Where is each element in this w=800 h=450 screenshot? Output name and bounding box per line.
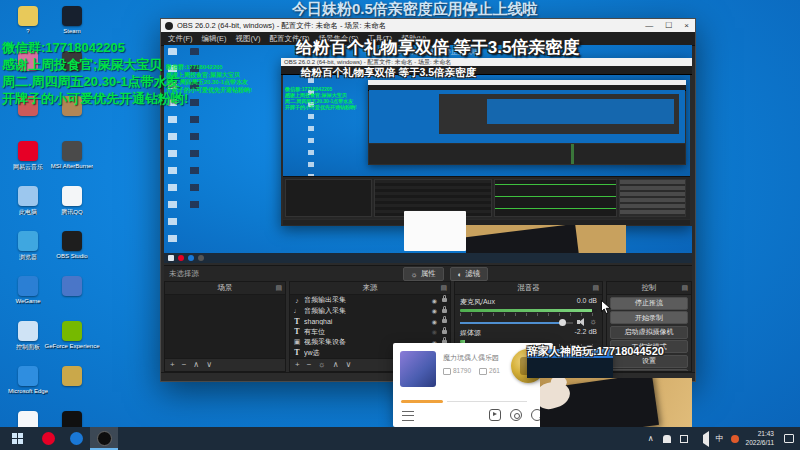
source-properties-button[interactable]: ☼ (318, 360, 325, 370)
desktop-icon-geforce[interactable]: GeForce Experience (44, 321, 100, 350)
windows-logo-icon (12, 433, 23, 444)
start-virtual-camera-button[interactable]: 启动虚拟摄像机 (610, 326, 688, 339)
overlay-phone-text: 辞家人神陪玩:17718044520 (527, 344, 664, 359)
scenes-panel: 场景▤ + − ∧ ∨ (164, 281, 286, 372)
menu-icon[interactable] (402, 411, 414, 421)
blue-app-icon (70, 432, 83, 445)
visibility-eye-icon[interactable]: ◉ (432, 318, 437, 325)
speaker-icon[interactable] (695, 431, 709, 447)
desktop-icon-qq[interactable]: 腾讯QQ (44, 186, 100, 215)
stop-streaming-button[interactable]: 停止推流 (610, 297, 688, 310)
computer-icon (18, 186, 38, 206)
mouse-cursor (601, 300, 612, 319)
taskbar-app-button[interactable] (62, 427, 90, 450)
menu-view[interactable]: 视图(V) (236, 34, 261, 44)
panel-menu-icon[interactable]: ▤ (681, 284, 688, 292)
desktop-icon[interactable] (44, 276, 100, 305)
maximize-button[interactable]: ☐ (665, 21, 672, 30)
tray-chevron-up-icon[interactable]: ∧ (648, 434, 654, 444)
security-app-icon[interactable] (731, 435, 739, 443)
audio-output-icon: ♪ (293, 297, 301, 304)
taskbar-netease-button[interactable] (34, 427, 62, 450)
desktop-icon-steam[interactable]: Steam (44, 6, 100, 35)
add-scene-button[interactable]: + (170, 360, 175, 370)
icon-label: Steam (63, 28, 80, 35)
nested-title-bar: OBS 26.0.2 (64-bit, windows) - 配置文件: 未命名… (281, 58, 692, 66)
filters-button[interactable]: ◐滤镜 (450, 267, 489, 281)
no-source-label: 未选择源 (164, 269, 199, 279)
icon-label: 此电脑 (19, 208, 37, 215)
speaker-icon[interactable] (577, 318, 586, 326)
video-capture-icon: ▣ (293, 338, 301, 346)
lock-icon[interactable] (442, 330, 447, 334)
channel-name: 麦克风/Aux (460, 297, 495, 307)
icon-label: 网易云音乐 (13, 163, 43, 170)
add-source-button[interactable]: + (295, 360, 300, 370)
text-source-icon: T (293, 327, 301, 336)
display-icon[interactable] (680, 435, 688, 443)
source-down-button[interactable]: ∨ (346, 360, 352, 370)
folder-icon (18, 6, 38, 26)
remove-scene-button[interactable]: − (182, 360, 187, 370)
ime-indicator[interactable]: 中 (716, 434, 724, 444)
record-icon[interactable] (510, 409, 522, 421)
visibility-eye-icon[interactable]: ◉ (432, 297, 437, 304)
source-row[interactable]: ♩音频输入采集◉ (290, 306, 450, 317)
source-up-button[interactable]: ∧ (333, 360, 339, 370)
obs-title-bar[interactable]: OBS 26.0.2 (64-bit, windows) - 配置文件: 未命名… (161, 19, 695, 32)
obs-preview[interactable]: 微信群:17718042205 感谢上周投食官;屎屎大宝贝 周二.周四周五20.… (164, 45, 692, 263)
sources-title: 来源 (363, 283, 378, 293)
obs-icon (62, 231, 82, 251)
lock-icon[interactable] (442, 309, 447, 313)
icon-label: 腾讯QQ (61, 208, 82, 215)
desktop-icon-afterburner[interactable]: MSI AfterBurner (44, 141, 100, 170)
visibility-eye-icon[interactable]: ◉ (432, 307, 437, 314)
visibility-eye-icon[interactable]: ◉ (432, 328, 437, 335)
mini-music-card (404, 211, 466, 251)
nested-green-overlay: 微信群:17718042205 感谢上周投食官;屎屎大宝贝 周二.周四周五20.… (285, 86, 357, 110)
desktop: ? 网易云音乐 此电脑 浏览器 WeGame 控制面板 Microsoft Ed… (0, 0, 800, 450)
overlay-green-text: 微信群:17718042205 感谢上周投食官;屎屎大宝贝 周二.周四周五20.… (2, 40, 188, 108)
obs-logo-icon (165, 22, 173, 30)
source-row[interactable]: T有车位◉ (290, 327, 450, 338)
panel-menu-icon[interactable]: ▤ (440, 284, 447, 292)
app-icon (62, 276, 82, 296)
start-recording-button[interactable]: 开始录制 (610, 311, 688, 324)
controls-title: 控制 (642, 283, 657, 293)
notification-icon[interactable] (784, 434, 794, 443)
panel-menu-icon[interactable]: ▤ (592, 284, 599, 292)
desktop-icon-obs[interactable]: OBS Studio (44, 231, 100, 260)
exit-button[interactable]: 退出 (610, 369, 688, 371)
text-source-icon: T (293, 348, 301, 357)
close-button[interactable]: × (684, 21, 689, 30)
source-row[interactable]: ♪音频输出采集◉ (290, 295, 450, 306)
nested-preview: 微信群:17718042205 感谢上周投食官;屎屎大宝贝 周二.周四周五20.… (283, 75, 690, 179)
count-icon (479, 368, 487, 375)
taskbar-obs-button[interactable] (90, 427, 118, 450)
icon-label: WeGame (15, 298, 40, 305)
scenes-list[interactable] (165, 295, 285, 358)
menu-edit[interactable]: 编辑(E) (202, 34, 227, 44)
gear-icon[interactable]: ☼ (590, 318, 597, 326)
scene-down-button[interactable]: ∨ (206, 360, 212, 370)
panel-menu-icon[interactable]: ▤ (275, 284, 282, 292)
minimize-button[interactable]: — (645, 21, 653, 30)
lock-icon[interactable] (442, 298, 447, 302)
mixer-title: 混音器 (517, 283, 540, 293)
volume-slider[interactable] (460, 319, 573, 326)
source-row[interactable]: Tshanghai◉ (290, 316, 450, 327)
lock-icon[interactable] (442, 319, 447, 323)
webcam-window[interactable] (540, 378, 692, 427)
properties-button[interactable]: ☼属性 (403, 267, 444, 281)
desktop-icon-game[interactable] (44, 366, 100, 395)
taskbar: ∧ 中 21:432022/6/11 (0, 427, 800, 450)
remove-source-button[interactable]: − (307, 360, 312, 370)
game-icon (62, 366, 82, 386)
taskbar-clock[interactable]: 21:432022/6/11 (746, 430, 774, 447)
filter-icon: ◐ (458, 270, 463, 279)
video-icon[interactable] (489, 409, 501, 421)
microphone-icon[interactable] (663, 435, 671, 443)
scene-up-button[interactable]: ∧ (193, 360, 199, 370)
start-button[interactable] (0, 427, 34, 450)
text-source-icon: T (293, 317, 301, 326)
